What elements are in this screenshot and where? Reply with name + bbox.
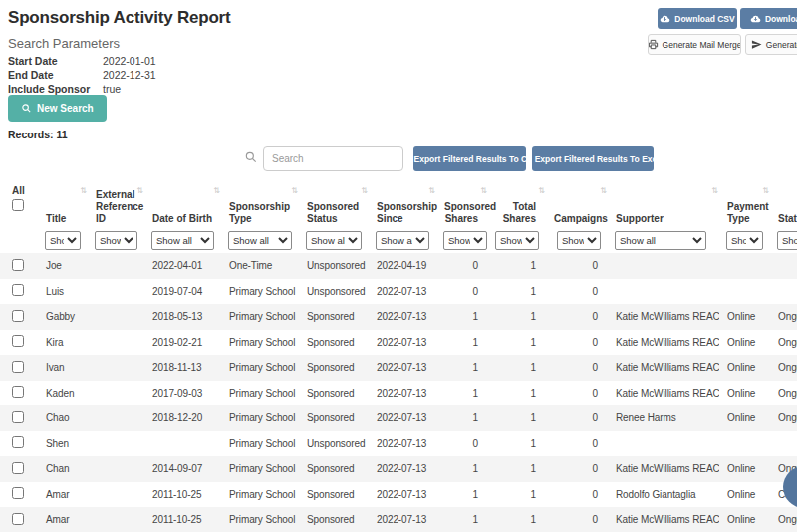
filter-select-total_shares[interactable]: Show all [495, 231, 539, 250]
search-input[interactable] [263, 146, 403, 171]
sort-icon[interactable]: ⇅ [361, 185, 368, 197]
row-checkbox[interactable] [12, 487, 24, 499]
sort-icon[interactable]: ⇅ [762, 185, 769, 197]
table-row: Kira2019-02-21Primary SchoolSponsored202… [0, 330, 797, 356]
cell-title: Luis [38, 279, 88, 305]
sort-icon[interactable]: ⇅ [136, 185, 143, 197]
cell-payment_type: Online [719, 482, 770, 508]
filter-select-sponsorship_since[interactable]: Show all [376, 231, 429, 250]
column-header-supporter[interactable]: Supporter⇅ [608, 177, 719, 227]
filter-select-external_reference_id[interactable]: Show all [95, 231, 137, 250]
filter-select-payment_type[interactable]: Show all [726, 231, 763, 250]
cell-status [770, 279, 797, 305]
cell-external_reference_id [88, 304, 144, 330]
results-table: All Title⇅External Reference ID⇅Date of … [0, 177, 797, 532]
cell-status: Ongoing [770, 330, 797, 356]
column-header-sponsored_shares[interactable]: Sponsored Shares⇅ [436, 177, 488, 227]
cell-total_shares: 1 [488, 431, 546, 457]
row-checkbox-cell [0, 431, 38, 457]
column-header-sponsorship_since[interactable]: Sponsorship Since⇅ [369, 177, 436, 227]
column-header-sponsored_status[interactable]: Sponsored Status⇅ [299, 177, 369, 227]
column-header-status[interactable]: Status⇅ [770, 177, 797, 227]
row-checkbox[interactable] [12, 335, 24, 347]
cell-sponsorship_since: 2022-07-13 [369, 304, 436, 330]
cell-sponsored_status: Sponsored [299, 381, 369, 406]
column-header-payment_type[interactable]: Payment Type⇅ [719, 177, 770, 227]
sort-icon[interactable]: ⇅ [600, 185, 607, 197]
generate-mail-merge-button[interactable]: Generate Mail Merge [648, 34, 741, 55]
filter-select-sponsored_shares[interactable]: Show all [443, 231, 487, 250]
cell-payment_type: Online [719, 405, 770, 431]
sort-icon[interactable]: ⇅ [291, 185, 298, 197]
row-checkbox[interactable] [12, 310, 24, 322]
download-csv-button[interactable]: Download CSV [658, 8, 737, 29]
param-end-date: End Date 2022-12-31 [8, 68, 156, 82]
row-checkbox-cell [0, 330, 38, 356]
new-search-button[interactable]: New Search [8, 95, 107, 122]
filter-select-status[interactable]: Show all [777, 231, 797, 250]
cell-title: Gabby [38, 304, 88, 330]
column-header-campaigns[interactable]: Campaigns⇅ [546, 177, 608, 227]
cloud-download-icon [660, 13, 670, 24]
sort-icon[interactable]: ⇅ [428, 185, 435, 197]
cell-sponsored_status: Sponsored [299, 456, 369, 482]
row-checkbox[interactable] [12, 462, 24, 474]
column-header-sponsorship_type[interactable]: Sponsorship Type⇅ [221, 177, 299, 227]
column-header-total_shares[interactable]: Total Shares⇅ [488, 177, 546, 227]
column-header-date_of_birth[interactable]: Date of Birth⇅ [144, 177, 221, 227]
cell-external_reference_id [88, 507, 144, 532]
cell-campaigns: 0 [546, 355, 608, 381]
filter-select-supporter[interactable]: Show all [615, 231, 706, 250]
row-checkbox[interactable] [12, 361, 24, 373]
sort-icon[interactable]: ⇅ [80, 185, 87, 197]
row-checkbox[interactable] [12, 411, 24, 423]
cell-date_of_birth: 2011-10-25 [144, 507, 221, 532]
filter-cell-campaigns: Show all [546, 227, 608, 253]
column-header-external_reference_id[interactable]: External Reference ID⇅ [88, 177, 144, 227]
column-label: Sponsorship Since [377, 201, 437, 224]
cell-payment_type: Online [719, 456, 770, 482]
row-checkbox[interactable] [12, 259, 24, 271]
row-checkbox[interactable] [12, 386, 24, 398]
row-checkbox[interactable] [12, 436, 24, 448]
cloud-download-icon [750, 13, 761, 24]
cell-total_shares: 1 [488, 304, 546, 330]
cell-payment_type: Online [719, 355, 770, 381]
cell-campaigns: 0 [546, 431, 608, 457]
filter-select-sponsored_status[interactable]: Show all [306, 231, 362, 250]
row-checkbox[interactable] [12, 284, 24, 296]
cell-sponsored_status: Sponsored [299, 304, 369, 330]
sort-icon[interactable]: ⇅ [480, 185, 487, 197]
cell-total_shares: 1 [488, 279, 546, 305]
cell-total_shares: 1 [488, 507, 546, 532]
printer-icon [648, 39, 659, 50]
column-header-title[interactable]: Title⇅ [38, 177, 88, 227]
select-all-checkbox[interactable] [12, 199, 24, 211]
sort-icon[interactable]: ⇅ [711, 185, 718, 197]
cell-title: Amar [38, 507, 88, 532]
filter-select-title[interactable]: Show all [45, 231, 81, 250]
cell-sponsored_shares: 1 [436, 405, 488, 431]
cell-sponsorship_since: 2022-07-13 [369, 355, 436, 381]
cell-sponsorship_type: Primary School [221, 355, 299, 381]
sort-icon[interactable]: ⇅ [213, 185, 220, 197]
cell-sponsorship_type: Primary School [221, 456, 299, 482]
generate-emails-button[interactable]: Generate Emails [745, 34, 797, 55]
cell-date_of_birth: 2018-12-20 [144, 405, 221, 431]
filter-select-campaigns[interactable]: Show all [557, 231, 601, 250]
row-checkbox[interactable] [12, 513, 24, 525]
cell-title: Shen [38, 431, 88, 457]
download-excel-button[interactable]: Download Excel [740, 8, 797, 29]
cell-sponsorship_since: 2022-07-13 [369, 482, 436, 508]
export-filtered-csv-button[interactable]: Export Filtered Results To CSV [413, 146, 526, 171]
table-body: Joe2022-04-01One-TimeUnsponsored2022-04-… [0, 253, 797, 532]
cell-date_of_birth: 2017-09-03 [144, 381, 221, 406]
export-filtered-excel-button[interactable]: Export Filtered Results To Excel [532, 146, 654, 171]
filter-select-sponsorship_type[interactable]: Show all [228, 231, 292, 250]
cell-total_shares: 1 [488, 405, 546, 431]
row-checkbox-cell [0, 507, 38, 532]
row-checkbox-cell [0, 355, 38, 381]
cell-date_of_birth [144, 431, 221, 457]
sort-icon[interactable]: ⇅ [538, 185, 545, 197]
filter-select-date_of_birth[interactable]: Show all [151, 231, 214, 250]
